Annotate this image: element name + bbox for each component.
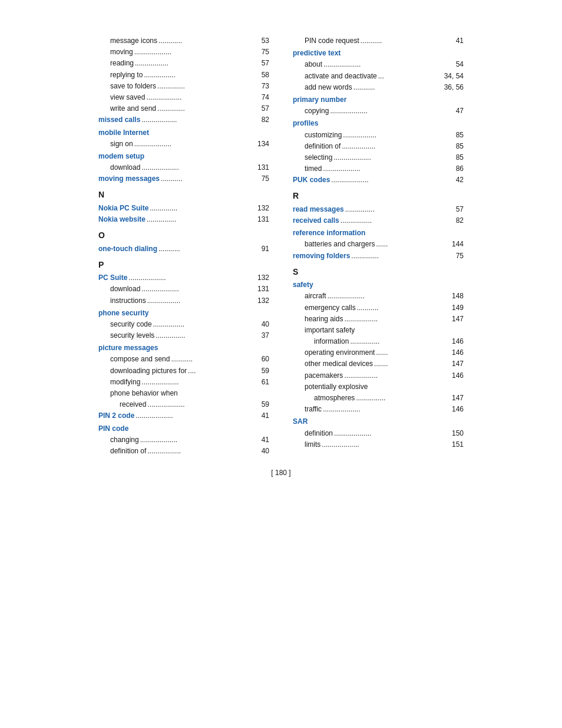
sub-entry-page: 131 (257, 162, 269, 173)
sub-sub-page: 147 (452, 393, 464, 404)
entry-page: 132 (257, 272, 269, 284)
entry-dots: ................... (331, 174, 454, 186)
sub-entry-page: 132 (257, 295, 269, 307)
entry-label: read messages (293, 204, 344, 215)
index-entry-blue: PC Suite...................132 (98, 272, 269, 284)
sub-entry-page: 37 (262, 330, 269, 341)
sub-entry-page: 149 (452, 302, 464, 314)
sub-entry-label: view saved (110, 92, 145, 103)
sub-entry-label: PIN code request (305, 35, 359, 47)
sub-entry-no-page: important safety (293, 325, 464, 336)
index-entry-blue: PIN 2 code...................41 (98, 410, 269, 421)
sub-entry-dots: ................. (343, 130, 454, 141)
entry-dots: .............. (351, 251, 454, 262)
sub-entry-page: 151 (452, 439, 464, 450)
index-entry-blue: PUK codes...................42 (293, 174, 464, 186)
sub-entry: sign on...................134 (98, 139, 269, 150)
entry-label: received calls (293, 215, 339, 226)
entry-dots: .................. (141, 114, 260, 126)
index-entry-blue: removing folders..............75 (293, 251, 464, 262)
sub-entry: emergency calls...........149 (293, 302, 464, 314)
sub-sub-dots: ................... (147, 399, 260, 410)
letter-header: R (293, 189, 464, 202)
sub-entry-page: 40 (262, 319, 269, 330)
section-header: SAR (293, 416, 464, 427)
entry-dots: ............... (345, 204, 455, 215)
sub-sub-page: 59 (262, 399, 269, 410)
sub-entry-label: activate and deactivate (305, 71, 377, 82)
sub-entry: add new words...........36, 56 (293, 82, 464, 93)
sub-entry-label: instructions (110, 295, 146, 307)
sub-entry-label: hearing aids (305, 314, 343, 325)
entry-page: 41 (262, 410, 269, 421)
sub-entry: hearing aids.................147 (293, 314, 464, 325)
sub-sub-dots: ............... (356, 393, 451, 404)
sub-sub-dots: ............... (350, 336, 451, 347)
sub-entry: compose and send...........60 (98, 354, 269, 365)
entry-dots: .............. (150, 203, 256, 214)
sub-entry-dots: ................. (344, 314, 451, 325)
sub-entry: about...................54 (293, 59, 464, 70)
sub-entry: modifying...................61 (98, 377, 269, 388)
sub-entry: changing...................41 (98, 434, 269, 446)
sub-entry-label: pacemakers (305, 370, 343, 381)
sub-entry-page: 61 (262, 377, 269, 388)
section-header: safety (293, 279, 464, 291)
sub-entry: activate and deactivate...34, 54 (293, 71, 464, 82)
sub-entry: aircraft...................148 (293, 291, 464, 302)
sub-entry-label: save to folders (110, 81, 156, 92)
sub-entry-page: 53 (262, 35, 269, 47)
sub-entry: reading.................57 (98, 58, 269, 69)
section-header: reference information (293, 228, 464, 239)
sub-entry-dots: ................... (141, 284, 256, 295)
entry-page: 82 (262, 114, 269, 126)
sub-entry-page: 41 (262, 434, 269, 446)
sub-entry-label: about (305, 59, 322, 70)
index-entry: missed calls..................82 (98, 114, 269, 126)
sub-sub-entry: received...................59 (98, 399, 269, 410)
sub-entry-label: selecting (305, 152, 332, 163)
sub-entry-dots: ................... (141, 377, 260, 388)
sub-entry-dots: ............... (156, 330, 260, 341)
sub-entry: moving...................75 (98, 47, 269, 58)
entry-label: PUK codes (293, 174, 330, 186)
section-header: mobile Internet (98, 127, 269, 139)
sub-entry-label: customizing (305, 130, 342, 141)
sub-entry-label: security code (110, 319, 152, 330)
sub-entry: copying...................47 (293, 106, 464, 117)
page-number: [ 180 ] (271, 469, 290, 477)
sub-entry-dots: ................... (334, 428, 451, 439)
sub-entry-page: 85 (456, 130, 464, 141)
section-header: picture messages (98, 342, 269, 354)
sub-entry: download...................131 (98, 284, 269, 295)
sub-entry-label: definition of (110, 446, 146, 457)
sub-entry-dots: ................. (342, 141, 454, 152)
columns-wrapper: message icons............53moving.......… (47, 35, 515, 457)
sub-entry-dots: ................. (147, 295, 256, 307)
right-column: PIN code request...........41predictive … (293, 35, 464, 457)
sub-entry-label: security levels (110, 330, 154, 341)
sub-entry: replying to................58 (98, 70, 269, 81)
sub-entry-label: operating environment (305, 347, 375, 358)
sub-entry-label: emergency calls (305, 302, 356, 314)
sub-entry: save to folders..............73 (98, 81, 269, 92)
sub-entry-label: download (110, 162, 140, 173)
sub-entry: pacemakers.................146 (293, 370, 464, 381)
section-header: PIN code (98, 423, 269, 434)
index-entry-blue: one-touch dialing...........91 (98, 243, 269, 255)
sub-entry-label: sign on (110, 139, 133, 150)
sub-entry: security levels...............37 (98, 330, 269, 341)
entry-page: 57 (456, 204, 464, 215)
sub-entry-label: definition (305, 428, 333, 439)
entry-dots: ............... (147, 214, 256, 225)
entry-page: 75 (262, 173, 269, 185)
sub-entry-dots: ........... (353, 82, 443, 93)
index-entry: Nokia website...............131 (98, 214, 269, 225)
sub-entry-page: 57 (262, 103, 269, 114)
sub-entry: write and send..............57 (98, 103, 269, 114)
sub-entry: limits...................151 (293, 439, 464, 450)
sub-entry-page: 131 (257, 284, 269, 295)
sub-entry-dots: .............. (157, 81, 260, 92)
sub-entry-label: add new words (305, 82, 352, 93)
sub-entry-page: 148 (452, 291, 464, 302)
